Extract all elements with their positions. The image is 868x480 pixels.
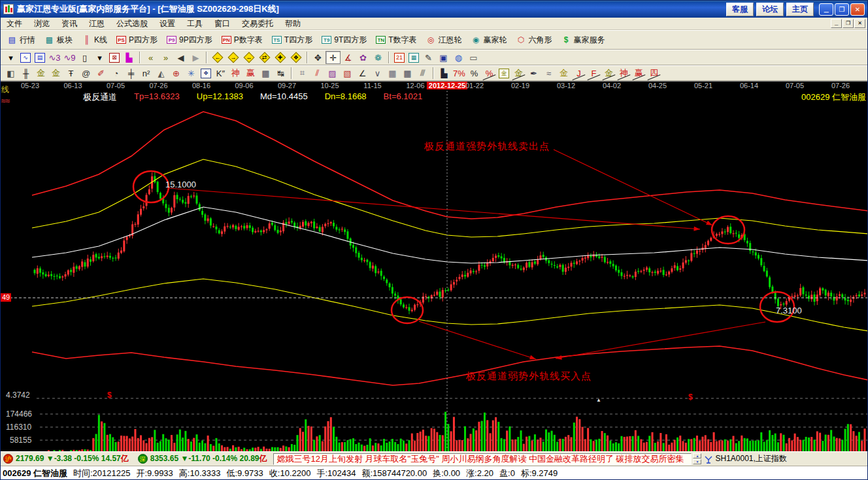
maximize-button[interactable]: ❐ xyxy=(835,3,849,16)
gold-bold-icon[interactable]: 金 xyxy=(556,67,571,80)
web-export-icon[interactable]: ◍ xyxy=(451,51,466,64)
angle-lines-icon[interactable]: ∠ xyxy=(355,67,370,80)
fan-grid-red-icon[interactable]: ▧ xyxy=(340,67,355,80)
gold-grid-2-icon[interactable]: 金 xyxy=(48,67,63,80)
t-number-table-button[interactable]: TNT数字表 xyxy=(372,33,420,48)
info-document-icon[interactable]: ▤ xyxy=(35,53,45,63)
go-last-icon[interactable]: » xyxy=(158,51,173,64)
n-square-icon[interactable]: n² xyxy=(139,67,154,80)
compress-all-icon[interactable]: ❖ xyxy=(291,52,302,63)
quotes-button[interactable]: ▤行情 xyxy=(3,33,39,48)
mdi-minimize-button[interactable]: ＿ xyxy=(831,19,842,28)
gann-shape-purple-icon[interactable]: ✿ xyxy=(356,51,371,64)
gold-grid-1-icon[interactable]: 金 xyxy=(33,67,48,80)
kline-button[interactable]: ║K线 xyxy=(78,33,111,48)
shift-left-icon[interactable]: ← xyxy=(212,52,224,63)
percent-icon[interactable]: % xyxy=(467,67,482,80)
wave-chart-icon[interactable]: ∿ xyxy=(20,53,31,63)
ying-grid-icon[interactable]: 赢 xyxy=(243,67,258,80)
step-back-icon[interactable]: ◀ xyxy=(173,51,188,64)
go-first-icon[interactable]: « xyxy=(143,51,158,64)
v-lines-icon[interactable]: ∨ xyxy=(370,67,385,80)
menu-item-7[interactable]: 工具 xyxy=(181,17,209,31)
mirror-angle-icon[interactable]: ◭ xyxy=(154,67,169,80)
compress-horizontal-icon[interactable]: ⇄ xyxy=(259,52,271,63)
scale-bars-icon[interactable]: ▙ xyxy=(437,67,452,80)
mdi-restore-button[interactable]: ❐ xyxy=(843,19,854,28)
p9-square-button[interactable]: P99P四方形 xyxy=(163,33,216,48)
time-dial-icon[interactable]: ◔ xyxy=(108,67,124,80)
menu-item-5[interactable]: 公式选股 xyxy=(110,17,154,31)
gann-wheel-button[interactable]: ◎江恩轮 xyxy=(422,33,466,48)
titlebar-button-1[interactable]: 客服 xyxy=(726,3,754,16)
sectors-button[interactable]: ▩板块 xyxy=(41,33,76,48)
menu-item-4[interactable]: 江恩 xyxy=(83,17,110,31)
shift-right-icon[interactable]: → xyxy=(228,52,239,63)
mdi-close-button[interactable]: ✕ xyxy=(854,19,865,28)
gold-angle-icon[interactable]: 金 xyxy=(601,67,616,80)
grid-a-icon[interactable]: ▦ xyxy=(385,67,400,80)
menu-item-9[interactable]: 交易委托 xyxy=(236,17,279,31)
pattern-box-icon[interactable]: ⊠ xyxy=(109,53,120,63)
print-icon[interactable]: ▭ xyxy=(466,51,481,64)
wave-3-icon[interactable]: ∿3 xyxy=(47,51,62,64)
k-quote-icon[interactable]: K″ xyxy=(213,67,228,80)
crosshair-icon[interactable]: ✛ xyxy=(326,51,341,64)
close-button[interactable]: ✕ xyxy=(850,3,865,16)
titlebar-button-3[interactable]: 主页 xyxy=(786,3,814,16)
gold-underline-icon[interactable]: 金 xyxy=(511,67,526,80)
calculator-icon[interactable]: ▦ xyxy=(409,53,419,63)
menu-item-6[interactable]: 设置 xyxy=(154,17,181,31)
titlebar-button-2[interactable]: 论坛 xyxy=(756,3,784,16)
percent-strike-icon[interactable]: 7% xyxy=(452,67,467,80)
winner-service-button[interactable]: $赢家服务 xyxy=(558,33,609,48)
winner-wheel-button[interactable]: ◉赢家轮 xyxy=(467,33,511,48)
shen-angle-icon[interactable]: 神 xyxy=(616,67,631,80)
wave-line-icon[interactable]: ≈ xyxy=(541,67,556,80)
horizontal-span-icon[interactable]: ↹ xyxy=(273,67,288,80)
gann-shape-teal-icon[interactable]: ❁ xyxy=(371,51,386,64)
si-angle-icon[interactable]: 四 xyxy=(646,67,661,80)
fan-lines-red-icon[interactable]: ⫽ xyxy=(310,67,325,80)
box-select-icon[interactable]: ⌗ xyxy=(295,67,310,80)
candle-style-icon[interactable]: ▯ xyxy=(77,51,92,64)
expand-horizontal-icon[interactable]: ↔ xyxy=(244,52,255,63)
grid-star-icon[interactable]: ❖ xyxy=(201,69,211,78)
menu-item-1[interactable]: 文件 xyxy=(1,17,28,31)
ying-angle-icon[interactable]: 赢 xyxy=(631,67,646,80)
angle-measure-icon[interactable]: ∡ xyxy=(341,51,356,64)
minimize-button[interactable]: ＿ xyxy=(819,3,833,16)
volume-profile-icon[interactable]: ▙ xyxy=(122,51,137,64)
shen-grid-icon[interactable]: 神 xyxy=(228,67,243,80)
fan-grid-purple-icon[interactable]: ▨ xyxy=(325,67,340,80)
save-icon[interactable]: ▣ xyxy=(436,51,451,64)
p-number-table-button[interactable]: PNP数字表 xyxy=(218,33,267,48)
chart-type-dropdown-icon[interactable]: ▾ xyxy=(3,51,18,64)
p-square-button[interactable]: PSP四方形 xyxy=(112,33,161,48)
spiral-icon[interactable]: @ xyxy=(78,67,93,80)
percent-lines-icon[interactable]: % xyxy=(482,67,497,80)
j-angle-icon[interactable]: J xyxy=(571,67,586,80)
dense-grid-icon[interactable]: ▦ xyxy=(258,67,273,80)
calendar-icon[interactable]: 21 xyxy=(394,53,405,63)
menu-item-10[interactable]: 帮助 xyxy=(279,17,307,31)
pen-flag-icon[interactable]: ✒ xyxy=(526,67,541,80)
expand-all-icon[interactable]: ✚ xyxy=(275,52,286,63)
target-cross-icon[interactable]: ⊕ xyxy=(169,67,184,80)
candle-dropdown-icon[interactable]: ▾ xyxy=(92,51,107,64)
price-lines-icon[interactable]: ╫ xyxy=(18,67,33,80)
grid-b-icon[interactable]: ▦ xyxy=(400,67,415,80)
slash-lines-icon[interactable]: ⫻ xyxy=(415,67,430,80)
gold-circle-icon[interactable]: 金 xyxy=(499,69,509,78)
wave-9-icon[interactable]: ∿9 xyxy=(62,51,77,64)
menu-item-2[interactable]: 浏览 xyxy=(28,17,56,31)
f-ruler-icon[interactable]: Ŧ xyxy=(63,67,78,80)
notepad-icon[interactable]: ✎ xyxy=(421,51,436,64)
step-forward-icon[interactable]: ▶ xyxy=(188,51,203,64)
ticker-scroll-down-button[interactable]: ▼ xyxy=(693,459,701,464)
ticker-scroll-up-button[interactable]: ▲ xyxy=(693,453,701,458)
menu-item-8[interactable]: 窗口 xyxy=(209,17,236,31)
corner-box-icon[interactable]: ◧ xyxy=(3,67,18,80)
menu-item-3[interactable]: 资讯 xyxy=(56,17,83,31)
hexagon-button[interactable]: ⬡六角形 xyxy=(512,33,556,48)
